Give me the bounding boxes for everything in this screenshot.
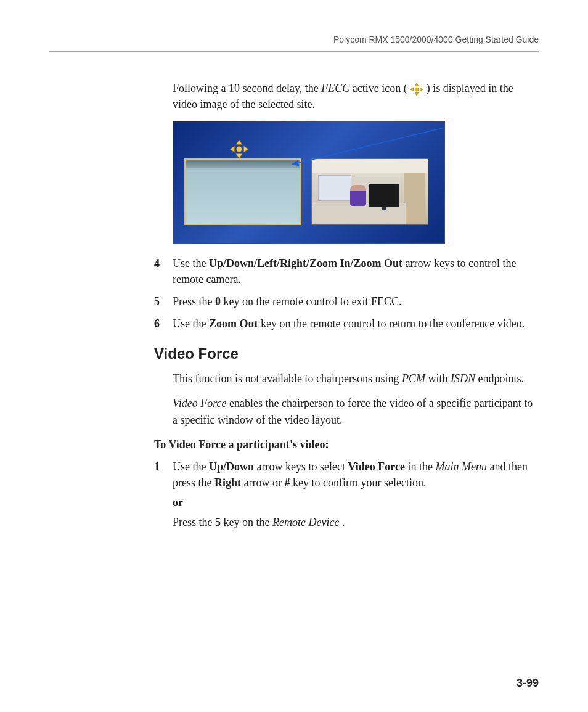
text: arrow keys to select (257, 460, 348, 473)
page-number: 3-99 (517, 677, 539, 690)
svg-marker-7 (230, 146, 235, 152)
text: Following a 10 second delay, the (173, 82, 321, 94)
fecc-term: FECC (321, 82, 349, 94)
svg-marker-6 (236, 154, 242, 159)
text: endpoints. (478, 372, 524, 385)
text: arrow or (244, 477, 285, 489)
step-1: 1 Use the Up/Down arrow keys to select V… (154, 459, 539, 530)
text: key on the (224, 516, 272, 528)
vf-step-list: 1 Use the Up/Down arrow keys to select V… (154, 459, 539, 530)
video-force-term: Video Force (173, 397, 226, 409)
step-number: 1 (154, 459, 173, 530)
video-layout-figure (173, 121, 445, 244)
step-6: 6 Use the Zoom Out key on the remote con… (154, 316, 539, 332)
key-name: Right (214, 477, 241, 489)
isdn-term: ISDN (451, 372, 475, 385)
svg-point-9 (237, 147, 242, 152)
page-header: Polycom RMX 1500/2000/4000 Getting Start… (123, 35, 539, 48)
header-rule (49, 51, 539, 52)
svg-marker-3 (420, 88, 423, 91)
fecc-active-icon (230, 140, 248, 158)
key-name: Zoom Out (209, 317, 258, 330)
section-heading-video-force: Video Force (154, 343, 539, 365)
step-number: 5 (154, 293, 173, 309)
text: key on the remote control to return to t… (261, 317, 525, 330)
svg-marker-2 (410, 88, 414, 91)
pcm-term: PCM (402, 372, 425, 385)
step-4: 4 Use the Up/Down/Left/Right/Zoom In/Zoo… (154, 255, 539, 287)
text: Use the (173, 257, 209, 269)
vf-description: Video Force enables the chairperson to f… (173, 395, 539, 427)
step-text: Use the Up/Down/Left/Right/Zoom In/Zoom … (173, 255, 539, 287)
step-5: 5 Press the 0 key on the remote control … (154, 293, 539, 309)
step-text: Use the Zoom Out key on the remote contr… (173, 316, 539, 332)
step-number: 4 (154, 255, 173, 287)
svg-marker-0 (415, 83, 419, 86)
main-menu-term: Main Menu (435, 460, 486, 473)
vf-availability: This function is not available to chairp… (173, 370, 539, 387)
key-name: Up/Down (209, 460, 254, 473)
or-label: or (173, 494, 539, 510)
text: in the (407, 460, 435, 473)
text: key on the remote control to exit FECC. (224, 295, 402, 308)
svg-marker-5 (236, 140, 242, 145)
text: Press the (173, 295, 215, 308)
document-page: Polycom RMX 1500/2000/4000 Getting Start… (0, 0, 588, 712)
text: . (342, 516, 345, 528)
page-content: Following a 10 second delay, the FECC ac… (173, 80, 539, 530)
remote-site-pane (311, 158, 428, 225)
intro-paragraph: Following a 10 second delay, the FECC ac… (173, 80, 539, 112)
key-names: Up/Down/Left/Right/Zoom In/Zoom Out (209, 257, 402, 269)
remote-device-term: Remote Device (272, 516, 339, 528)
key-name: 5 (215, 516, 221, 528)
text: Use the (173, 460, 209, 473)
text: enables the chairperson to force the vid… (173, 397, 533, 425)
step-list: 4 Use the Up/Down/Left/Right/Zoom In/Zoo… (154, 255, 539, 332)
svg-point-4 (415, 88, 419, 91)
menu-item: Video Force (348, 460, 404, 473)
key-name: 0 (215, 295, 221, 308)
text: with (428, 372, 451, 385)
fecc-active-icon (410, 83, 423, 96)
svg-marker-1 (415, 92, 419, 96)
key-name: # (284, 477, 290, 489)
text: Press the (173, 516, 215, 528)
text: This function is not available to chairp… (173, 372, 402, 385)
selected-site-pane (184, 158, 301, 225)
step-text: Use the Up/Down arrow keys to select Vid… (173, 459, 539, 530)
text: active icon ( (353, 82, 410, 94)
step-text: Press the 0 key on the remote control to… (173, 293, 539, 309)
step-number: 6 (154, 316, 173, 332)
alt-instruction: Press the 5 key on the Remote Device . (173, 514, 539, 530)
procedure-heading: To Video Force a participant's video: (154, 436, 539, 452)
text: Use the (173, 317, 209, 330)
text: key to confirm your selection. (293, 477, 426, 489)
svg-marker-8 (244, 146, 249, 152)
